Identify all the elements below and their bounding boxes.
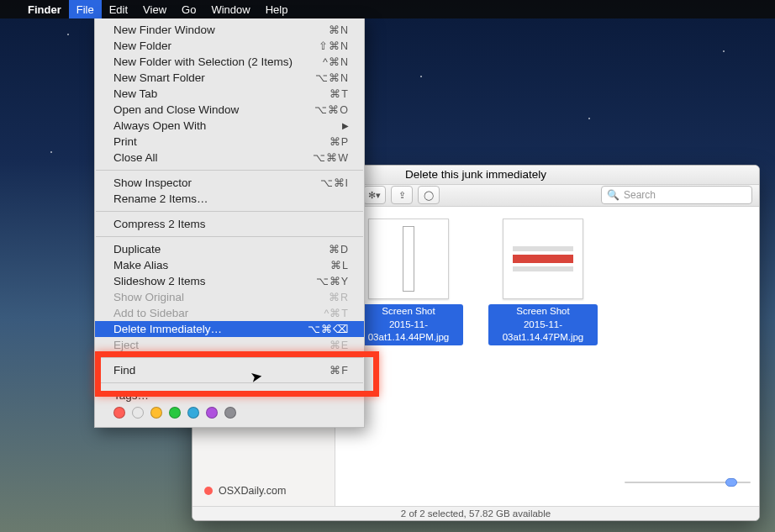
menu-go[interactable]: Go [174, 0, 203, 18]
tag-color-dot[interactable] [113, 407, 125, 419]
menu-help[interactable]: Help [258, 0, 296, 18]
menu-window[interactable]: Window [203, 0, 257, 18]
menu-item-label: Show Inspector [113, 176, 192, 189]
menu-shortcut: ⌘E [330, 339, 349, 351]
file-item[interactable]: Screen Shot 2015-11-03at1.14.47PM.jpg [488, 219, 598, 345]
menu-item-label: Open and Close Window [113, 103, 239, 116]
menu-item-open-and-close-window[interactable]: Open and Close Window⌥⌘O [95, 102, 364, 118]
menu-item-label: Print [113, 135, 137, 148]
menu-item-label: New Folder [113, 40, 171, 52]
menu-item-label: New Folder with Selection (2 Items) [113, 55, 293, 68]
menu-edit[interactable]: Edit [102, 0, 135, 18]
menu-item-label: Make Alias [113, 259, 168, 271]
menu-separator [96, 382, 363, 383]
tag-color-dot[interactable] [150, 407, 162, 419]
menu-item-label: Find [113, 364, 135, 377]
menu-shortcut: ⌥⌘N [315, 71, 349, 84]
menu-shortcut: ⌘R [329, 291, 349, 303]
menu-item-label: Show Original [113, 291, 184, 303]
menu-shortcut: ⌘N [329, 24, 349, 36]
menu-item-show-inspector[interactable]: Show Inspector⌥⌘I [95, 175, 364, 191]
file-name: Screen Shot 2015-11-03at1.14.47PM.jpg [488, 304, 598, 345]
menu-item-tags[interactable]: Tags… [95, 387, 364, 403]
menu-item-make-alias[interactable]: Make Alias⌘L [95, 257, 364, 273]
menu-item-slideshow-2-items[interactable]: Slideshow 2 Items⌥⌘Y [95, 273, 364, 289]
tag-color-dot[interactable] [224, 407, 236, 419]
menu-item-label: Close All [113, 151, 158, 164]
menu-item-duplicate[interactable]: Duplicate⌘D [95, 241, 364, 257]
menu-item-new-finder-window[interactable]: New Finder Window⌘N [95, 22, 364, 38]
menu-shortcut: ⌥⌘W [313, 151, 349, 164]
menu-item-find[interactable]: Find⌘F [95, 362, 364, 378]
menu-item-label: New Tab [113, 87, 157, 100]
file-name: Screen Shot 2015-11-03at1.14.44PM.jpg [354, 304, 463, 345]
menu-shortcut: ⌘D [329, 243, 349, 255]
menu-item-show-original: Show Original⌘R [95, 289, 364, 305]
file-browser[interactable]: Screen Shot 2015-11-03at1.14.44PM.jpg Sc… [335, 207, 759, 506]
file-thumbnail-icon [368, 219, 449, 299]
tag-color-dot[interactable] [132, 407, 144, 419]
menu-item-eject: Eject⌘E [95, 337, 364, 353]
tag-color-dot[interactable] [187, 407, 199, 419]
window-title: Delete this junk immediately [405, 168, 546, 181]
menu-shortcut: ^⌘N [323, 55, 349, 68]
search-input[interactable]: 🔍 Search [601, 186, 752, 204]
tag-color-row [95, 403, 364, 419]
menu-shortcut: ⌘P [330, 135, 349, 148]
menu-item-label: Slideshow 2 Items [113, 275, 206, 287]
tag-color-dot[interactable] [206, 407, 218, 419]
menu-shortcut: ⌥⌘I [320, 176, 349, 189]
app-name[interactable]: Finder [20, 0, 69, 18]
menu-item-label: Rename 2 Items… [113, 192, 208, 205]
sidebar-tag-osxdaily[interactable]: OSXDaily.com [192, 482, 335, 499]
menu-shortcut: ⌥⌘O [314, 103, 349, 116]
menu-view[interactable]: View [135, 0, 174, 18]
zoom-slider[interactable] [625, 478, 751, 487]
file-item[interactable]: Screen Shot 2015-11-03at1.14.44PM.jpg [354, 219, 463, 345]
menu-shortcut: ⌥⌘Y [316, 275, 349, 287]
menu-item-rename-2-items[interactable]: Rename 2 Items… [95, 191, 364, 207]
submenu-arrow-icon: ▶ [342, 121, 349, 130]
file-menu-dropdown: New Finder Window⌘NNew Folder⇧⌘NNew Fold… [94, 18, 365, 428]
menu-item-add-to-sidebar: Add to Sidebar^⌘T [95, 305, 364, 321]
menu-item-delete-immediately[interactable]: Delete Immediately…⌥⌘⌫ [95, 321, 364, 337]
menu-item-new-folder-with-selection-2-items[interactable]: New Folder with Selection (2 Items)^⌘N [95, 54, 364, 70]
menubar: Finder File Edit View Go Window Help [0, 0, 775, 18]
menu-item-label: Tags… [113, 389, 149, 402]
tag-color-dot[interactable] [169, 407, 181, 419]
menu-shortcut: ⌘T [330, 87, 349, 100]
share-button[interactable]: ⇪ [391, 186, 413, 204]
search-placeholder: Search [624, 189, 656, 201]
search-icon: 🔍 [607, 189, 619, 201]
status-bar: 2 of 2 selected, 57.82 GB available [192, 506, 759, 520]
menu-item-new-tab[interactable]: New Tab⌘T [95, 86, 364, 102]
menu-shortcut: ^⌘T [324, 307, 349, 319]
menu-file[interactable]: File [69, 0, 102, 18]
menu-item-label: Duplicate [113, 243, 161, 255]
menu-item-label: Always Open With [113, 119, 206, 132]
menu-item-label: Eject [113, 339, 139, 351]
menu-shortcut: ⌘L [330, 259, 349, 271]
sidebar-label: OSXDaily.com [219, 485, 286, 497]
menu-item-new-smart-folder[interactable]: New Smart Folder⌥⌘N [95, 70, 364, 86]
menu-item-print[interactable]: Print⌘P [95, 134, 364, 150]
tags-button[interactable]: ◯ [418, 186, 440, 204]
menu-shortcut: ⇧⌘N [319, 40, 349, 52]
menu-item-label: New Smart Folder [113, 71, 205, 84]
action-button[interactable]: ✻▾ [363, 186, 386, 204]
menu-item-close-all[interactable]: Close All⌥⌘W [95, 150, 364, 166]
menu-shortcut: ⌥⌘⌫ [308, 323, 349, 335]
menu-separator [96, 211, 363, 212]
tag-dot-icon [204, 487, 213, 495]
file-thumbnail-icon [503, 219, 583, 299]
menu-shortcut: ⌘F [330, 364, 349, 377]
menu-separator [96, 357, 363, 358]
menu-item-label: Add to Sidebar [113, 307, 188, 319]
menu-item-new-folder[interactable]: New Folder⇧⌘N [95, 38, 364, 54]
menu-item-label: Compress 2 Items [113, 218, 206, 230]
status-text: 2 of 2 selected, 57.82 GB available [401, 508, 551, 519]
menu-item-label: New Finder Window [113, 24, 215, 36]
menu-separator [96, 170, 363, 171]
menu-item-compress-2-items[interactable]: Compress 2 Items [95, 216, 364, 232]
menu-item-always-open-with[interactable]: Always Open With▶ [95, 118, 364, 134]
